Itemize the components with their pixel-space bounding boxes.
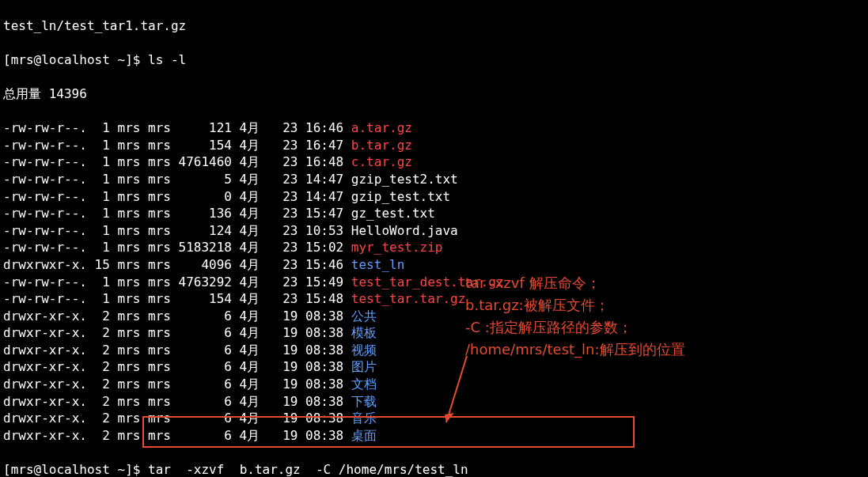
file-row: -rw-rw-r--. 1 mrs mrs 5183218 4月 23 15:0… <box>3 239 865 256</box>
file-meta: -rw-rw-r--. 1 mrs mrs 154 4月 23 15:48 <box>3 291 351 306</box>
file-meta: -rw-rw-r--. 1 mrs mrs 121 4月 23 16:46 <box>3 120 351 135</box>
file-name: 桌面 <box>351 428 377 443</box>
file-meta: drwxr-xr-x. 2 mrs mrs 6 4月 19 08:38 <box>3 377 351 392</box>
file-meta: drwxr-xr-x. 2 mrs mrs 6 4月 19 08:38 <box>3 428 351 443</box>
file-meta: -rw-rw-r--. 1 mrs mrs 0 4月 23 14:47 <box>3 189 351 204</box>
file-row: -rw-rw-r--. 1 mrs mrs 4761460 4月 23 16:4… <box>3 153 865 171</box>
prompt-ls-line: [mrs@localhost ~]$ ls -l <box>3 51 865 69</box>
total-line: 总用量 14396 <box>3 85 865 103</box>
file-name: gzip_test.txt <box>351 189 450 204</box>
file-meta: -rw-rw-r--. 1 mrs mrs 5 4月 23 14:47 <box>3 172 351 187</box>
file-row: drwxr-xr-x. 2 mrs mrs 6 4月 19 08:38 视频 <box>3 342 865 359</box>
file-row: -rw-rw-r--. 1 mrs mrs 0 4月 23 14:47 gzip… <box>3 188 865 206</box>
file-meta: -rw-rw-r--. 1 mrs mrs 4761460 4月 23 16:4… <box>3 154 351 169</box>
file-row: -rw-rw-r--. 1 mrs mrs 124 4月 23 10:53 He… <box>3 222 865 240</box>
file-name: gzip_test2.txt <box>351 172 458 187</box>
file-meta: drwxr-xr-x. 2 mrs mrs 6 4月 19 08:38 <box>3 394 351 409</box>
file-row: drwxr-xr-x. 2 mrs mrs 6 4月 19 08:38 下载 <box>3 393 865 411</box>
annotation-box: tar -xzvf 解压命令； b.tar.gz:被解压文件； -C :指定解压… <box>465 273 685 362</box>
annotation-line-4: /home/mrs/test_ln:解压到的位置 <box>465 339 685 360</box>
file-row: drwxr-xr-x. 2 mrs mrs 6 4月 19 08:38 图片 <box>3 358 865 376</box>
typed-command: tar -xzvf b.tar.gz -C /home/mrs/test_ln <box>148 462 468 477</box>
file-meta: -rw-rw-r--. 1 mrs mrs 154 4月 23 16:47 <box>3 138 351 153</box>
annotation-line-1: tar -xzvf 解压命令； <box>465 273 685 293</box>
file-name: gz_test.txt <box>351 206 435 221</box>
cut-line: test_ln/test_tar1.tar.gz <box>3 17 865 35</box>
file-name: 图片 <box>351 359 377 374</box>
file-name: c.tar.gz <box>351 154 412 169</box>
file-name: test_ln <box>351 257 404 272</box>
file-row: -rw-rw-r--. 1 mrs mrs 4763292 4月 23 15:4… <box>3 274 865 291</box>
file-row: drwxr-xr-x. 2 mrs mrs 6 4月 19 08:38 公共 <box>3 308 865 325</box>
file-name: test_tar.tar.gz <box>351 291 466 306</box>
file-name: 模板 <box>351 325 377 340</box>
file-row: drwxr-xr-x. 2 mrs mrs 6 4月 19 08:38 文档 <box>3 376 865 393</box>
file-name: 视频 <box>351 343 377 358</box>
file-name: 公共 <box>351 309 377 324</box>
file-meta: drwxrwxr-x. 15 mrs mrs 4096 4月 23 15:46 <box>3 257 351 272</box>
file-name: a.tar.gz <box>351 120 412 135</box>
file-row: -rw-rw-r--. 1 mrs mrs 154 4月 23 16:47 b.… <box>3 137 865 154</box>
file-row: drwxr-xr-x. 2 mrs mrs 6 4月 19 08:38 音乐 <box>3 410 865 427</box>
file-meta: drwxr-xr-x. 2 mrs mrs 6 4月 19 08:38 <box>3 359 351 374</box>
terminal[interactable]: test_ln/test_tar1.tar.gz [mrs@localhost … <box>0 0 868 477</box>
file-meta: -rw-rw-r--. 1 mrs mrs 5183218 4月 23 15:0… <box>3 240 351 255</box>
file-meta: -rw-rw-r--. 1 mrs mrs 124 4月 23 10:53 <box>3 223 351 238</box>
file-row: drwxrwxr-x. 15 mrs mrs 4096 4月 23 15:46 … <box>3 256 865 274</box>
file-name: 下载 <box>351 394 377 409</box>
file-row: -rw-rw-r--. 1 mrs mrs 5 4月 23 14:47 gzip… <box>3 171 865 188</box>
file-name: b.tar.gz <box>351 138 412 153</box>
annotation-line-2: b.tar.gz:被解压文件； <box>465 295 685 316</box>
file-meta: drwxr-xr-x. 2 mrs mrs 6 4月 19 08:38 <box>3 343 351 358</box>
annotation-line-3: -C :指定解压路径的参数； <box>465 317 685 338</box>
file-name: 音乐 <box>351 411 377 426</box>
prompt-cmd-line: [mrs@localhost ~]$ tar -xzvf b.tar.gz -C… <box>3 461 865 477</box>
file-row: -rw-rw-r--. 1 mrs mrs 154 4月 23 15:48 te… <box>3 290 865 308</box>
file-meta: drwxr-xr-x. 2 mrs mrs 6 4月 19 08:38 <box>3 411 351 426</box>
file-row: -rw-rw-r--. 1 mrs mrs 136 4月 23 15:47 gz… <box>3 205 865 222</box>
file-row: -rw-rw-r--. 1 mrs mrs 121 4月 23 16:46 a.… <box>3 119 865 137</box>
file-row: drwxr-xr-x. 2 mrs mrs 6 4月 19 08:38 模板 <box>3 324 865 342</box>
file-meta: drwxr-xr-x. 2 mrs mrs 6 4月 19 08:38 <box>3 325 351 340</box>
file-row: drwxr-xr-x. 2 mrs mrs 6 4月 19 08:38 桌面 <box>3 427 865 445</box>
file-name: myr_test.zip <box>351 240 443 255</box>
file-name: 文档 <box>351 377 377 392</box>
file-meta: -rw-rw-r--. 1 mrs mrs 136 4月 23 15:47 <box>3 206 351 221</box>
file-meta: -rw-rw-r--. 1 mrs mrs 4763292 4月 23 15:4… <box>3 274 351 290</box>
file-name: HelloWord.java <box>351 223 458 238</box>
file-meta: drwxr-xr-x. 2 mrs mrs 6 4月 19 08:38 <box>3 309 351 324</box>
